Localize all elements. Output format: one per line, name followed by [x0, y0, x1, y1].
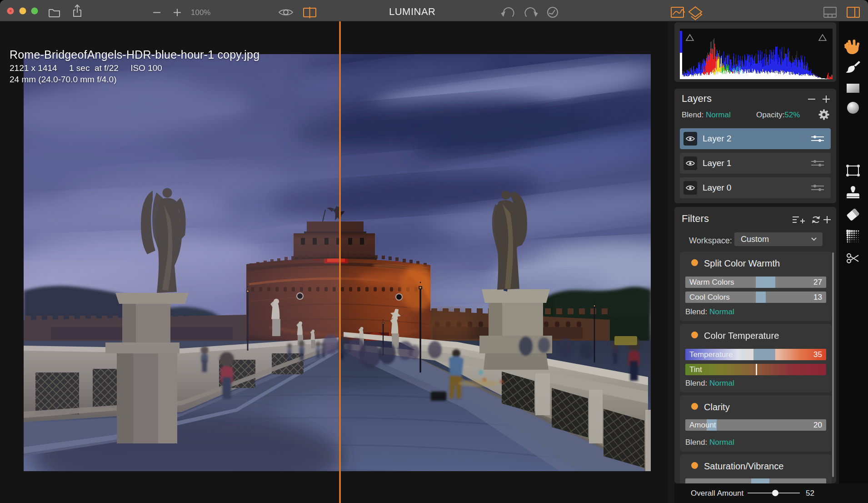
svg-text:LUMINAR: LUMINAR: [389, 6, 436, 17]
svg-text:100%: 100%: [191, 8, 210, 17]
